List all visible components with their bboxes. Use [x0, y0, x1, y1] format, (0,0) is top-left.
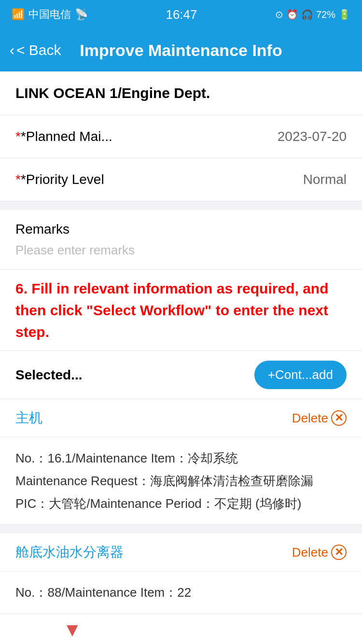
status-time: 16:47 [166, 7, 197, 22]
item-detail-line-0-1: Maintenance Request：海底阀解体清洁检查研磨除漏 [15, 470, 347, 492]
status-carrier: 📶 中国电信 📡 [12, 7, 88, 22]
selected-section: Selected... +Cont...add [0, 350, 362, 399]
item-title-0: 主机 [15, 409, 42, 427]
item-title-1: 舱底水油水分离器 [15, 543, 124, 561]
item-block-1: 舱底水油水分离器 Delete ✕ No.：88/Maintenance Ite… [0, 533, 362, 614]
battery-percent: 72% [316, 9, 335, 20]
page-title: Improve Maintenance Info [68, 41, 294, 60]
signal-icon: 📶 [12, 8, 25, 21]
content-area: LINK OCEAN 1/Engine Dept. **Planned Mai.… [0, 71, 362, 644]
arrow-container: ▼ [0, 614, 362, 641]
back-chevron-icon: ‹ [10, 42, 14, 58]
gray-divider [0, 201, 362, 210]
delete-icon-0: ✕ [331, 410, 347, 426]
remarks-placeholder[interactable]: Please enter remarks [15, 243, 347, 258]
item-detail-line-0-0: No.：16.1/Maintenance Item：冷却系统 [15, 447, 347, 470]
ship-name: LINK OCEAN 1/Engine Dept. [15, 85, 210, 101]
item-header-1: 舱底水油水分离器 Delete ✕ [0, 533, 362, 572]
wifi-icon: 📡 [75, 8, 88, 21]
priority-level-row[interactable]: **Priority Level Normal [0, 158, 362, 201]
nav-bar: ‹ < Back Improve Maintenance Info [0, 29, 362, 71]
delete-button-0[interactable]: Delete ✕ [292, 410, 347, 426]
down-arrow-icon: ▼ [63, 619, 82, 640]
delete-button-1[interactable]: Delete ✕ [292, 545, 347, 560]
planned-mai-row[interactable]: **Planned Mai... 2023-07-20 [0, 115, 362, 158]
ship-name-row: LINK OCEAN 1/Engine Dept. [0, 71, 362, 115]
headphone-icon: 🎧 [301, 9, 313, 20]
remarks-label: Remarks [15, 222, 347, 237]
planned-mai-value: 2023-07-20 [278, 129, 347, 144]
bottom-bar: Select workflow Cancel [0, 641, 362, 644]
back-label: < Back [16, 42, 61, 58]
instruction-text: 6. Fill in relevant information as requi… [0, 270, 362, 350]
add-button[interactable]: +Cont...add [254, 361, 347, 389]
priority-level-value: Normal [303, 172, 347, 187]
status-bar: 📶 中国电信 📡 16:47 ⊙ ⏰ 🎧 72% 🔋 [0, 0, 362, 29]
status-icons: ⊙ ⏰ 🎧 72% 🔋 [275, 9, 350, 20]
back-button[interactable]: ‹ < Back [10, 42, 68, 58]
battery-icon: 🔋 [338, 9, 350, 20]
item-detail-line-1-0: No.：88/Maintenance Item：22 [15, 581, 347, 604]
item-detail-line-0-2: PIC：大管轮/Maintenance Period：不定期 (坞修时) [15, 492, 347, 515]
delete-label-1: Delete [292, 545, 328, 560]
selected-label: Selected... [15, 367, 83, 383]
delete-icon-1: ✕ [331, 545, 347, 560]
item-block-0: 主机 Delete ✕ No.：16.1/Maintenance Item：冷却… [0, 399, 362, 525]
planned-mai-label: **Planned Mai... [15, 129, 112, 144]
item-header-0: 主机 Delete ✕ [0, 399, 362, 437]
remarks-section: Remarks Please enter remarks [0, 210, 362, 270]
item-details-1: No.：88/Maintenance Item：22 [0, 572, 362, 614]
alarm-icon: ⏰ [286, 9, 298, 20]
gray-divider-2 [0, 525, 362, 533]
priority-level-label: **Priority Level [15, 172, 104, 187]
delete-label-0: Delete [292, 411, 328, 426]
location-icon: ⊙ [275, 9, 283, 20]
item-details-0: No.：16.1/Maintenance Item：冷却系统 Maintenan… [0, 437, 362, 524]
